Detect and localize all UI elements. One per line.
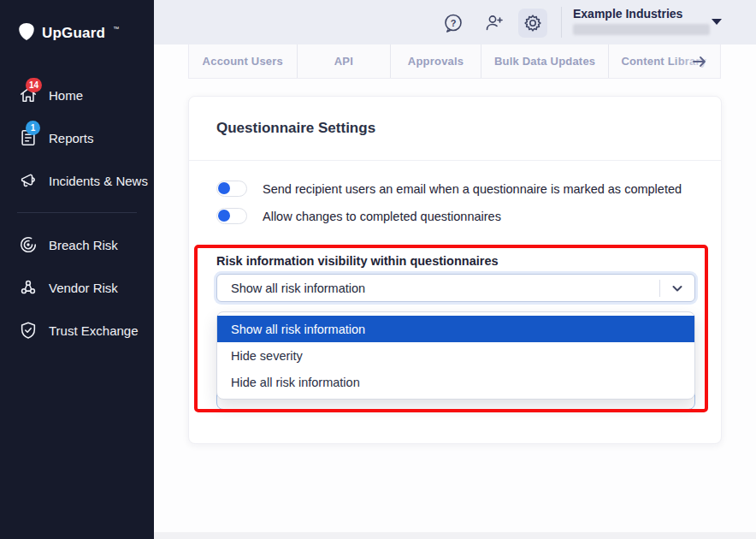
tab-account-users[interactable]: Account Users: [189, 44, 298, 78]
card-title: Questionnaire Settings: [216, 120, 375, 137]
add-user-icon: [483, 12, 505, 34]
bottom-edge-strip: [154, 532, 756, 539]
invite-user-button[interactable]: [480, 9, 509, 38]
account-subtitle-redacted: [573, 24, 710, 35]
sidebar-item-vendor-risk[interactable]: Vendor Risk: [0, 266, 154, 309]
sidebar-nav: 14 Home 1 Reports Incidents & News: [0, 74, 154, 352]
help-icon: ?: [442, 12, 464, 34]
option-hide-all-risk-information[interactable]: Hide all risk information: [217, 369, 694, 395]
settings-gear-icon: [522, 12, 544, 34]
sidebar-item-trust-exchange[interactable]: Trust Exchange: [0, 309, 154, 352]
home-notification-badge: 14: [26, 78, 42, 92]
reports-notification-badge: 1: [26, 121, 40, 135]
help-button[interactable]: ?: [439, 9, 468, 38]
logo-trademark: ™: [113, 26, 119, 32]
upguard-shield-icon: [18, 22, 35, 44]
chevron-down-icon[interactable]: [660, 282, 694, 294]
sidebar-item-label: Incidents & News: [49, 174, 148, 188]
questionnaire-settings-card: Questionnaire Settings Send recipient us…: [188, 96, 722, 444]
tab-bulk-data-updates[interactable]: Bulk Data Updates: [481, 44, 610, 78]
toggle-knob: [218, 182, 230, 194]
toggle-switch[interactable]: [216, 208, 247, 224]
sidebar: UpGuard ™ 14 Home 1 Reports: [0, 0, 154, 539]
top-header: ? Example Industries: [154, 0, 756, 44]
sidebar-item-breach-risk[interactable]: Breach Risk: [0, 223, 154, 266]
tab-approvals[interactable]: Approvals: [391, 44, 481, 78]
sidebar-item-home[interactable]: 14 Home: [0, 74, 154, 116]
megaphone-icon: [19, 171, 38, 190]
sidebar-item-label: Reports: [49, 131, 94, 145]
risk-visibility-options: Show all risk information Hide severity …: [216, 311, 695, 400]
sidebar-item-incidents-news[interactable]: Incidents & News: [0, 159, 154, 202]
toggle-email-on-completion[interactable]: Send recipient users an email when a que…: [216, 181, 682, 197]
select-current-value: Show all risk information: [217, 281, 659, 295]
logo-text: UpGuard: [42, 25, 105, 42]
sidebar-divider: [17, 212, 137, 213]
breach-target-icon: [19, 235, 38, 254]
settings-button[interactable]: [518, 9, 547, 38]
sidebar-item-label: Vendor Risk: [49, 281, 118, 295]
toggle-switch[interactable]: [216, 181, 247, 197]
sidebar-item-reports[interactable]: 1 Reports: [0, 116, 154, 159]
toggle-label: Send recipient users an email when a que…: [263, 182, 682, 196]
app-screen: UpGuard ™ 14 Home 1 Reports: [0, 0, 756, 539]
upguard-logo[interactable]: UpGuard ™: [0, 0, 154, 44]
option-show-all-risk-information[interactable]: Show all risk information: [217, 316, 694, 342]
option-hide-severity[interactable]: Hide severity: [217, 342, 694, 369]
header-divider: [561, 7, 562, 38]
svg-text:?: ?: [451, 18, 457, 28]
vendor-network-icon: [19, 278, 38, 297]
tabs-scroll-right-icon[interactable]: [689, 51, 710, 72]
toggle-allow-changes[interactable]: Allow changes to completed questionnaire…: [216, 208, 501, 224]
tab-api[interactable]: API: [298, 44, 392, 78]
toggle-label: Allow changes to completed questionnaire…: [263, 210, 501, 223]
risk-visibility-label: Risk information visibility within quest…: [216, 254, 499, 268]
card-divider: [189, 160, 721, 161]
sidebar-item-label: Home: [49, 88, 83, 103]
chevron-down-icon[interactable]: [712, 19, 722, 25]
shield-check-icon: [19, 321, 38, 340]
sidebar-item-label: Breach Risk: [49, 238, 118, 252]
sidebar-item-label: Trust Exchange: [49, 323, 139, 338]
risk-visibility-select[interactable]: Show all risk information: [216, 274, 695, 302]
settings-tabs: Account Users API Approvals Bulk Data Up…: [188, 44, 721, 79]
toggle-knob: [218, 210, 230, 222]
